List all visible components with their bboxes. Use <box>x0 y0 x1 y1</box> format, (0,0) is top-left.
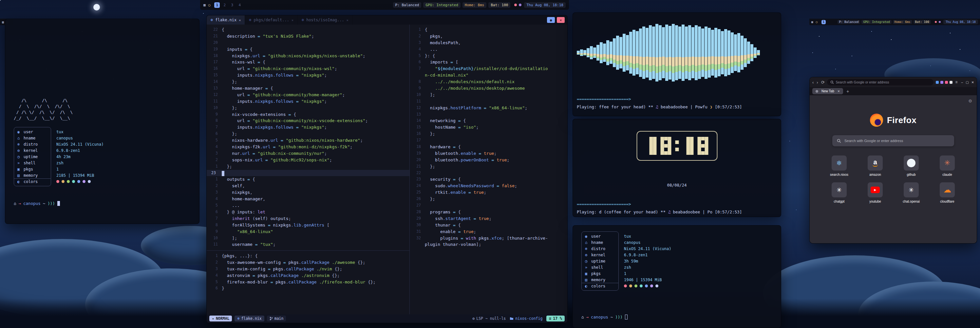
tray-icon[interactable] <box>514 3 517 6</box>
pane-hosts-iso[interactable]: 1{2 pkgs,3 modulesPath,4 ...5}: {6 impor… <box>410 25 567 314</box>
layout-circle-icon[interactable]: ○ <box>208 3 211 7</box>
new-tab-button[interactable]: + <box>846 89 849 94</box>
back-button[interactable]: ‹ <box>812 80 814 85</box>
fetch-key-row: ▤memory <box>582 277 618 283</box>
top-bar-right: ▦ ○ 1 P: BalancedGPU: IntegratedHome: 6m… <box>809 19 980 25</box>
visualizer-column <box>603 44 606 62</box>
status-chips-main: P: BalancedGPU: IntegratedHome: 8msBat: … <box>391 2 511 8</box>
launcher-grid-icon[interactable]: ▦ <box>2 20 4 24</box>
code-line: 22 <box>410 170 567 176</box>
hamburger-menu-icon[interactable]: ≡ <box>955 80 958 84</box>
launcher-grid-icon[interactable]: ▦ <box>811 20 813 24</box>
shortcut-tile-github[interactable]: github <box>893 155 929 176</box>
shortcut-tile-search.nixos[interactable]: ❄search.nixos <box>821 155 857 176</box>
tag-2[interactable]: 2 <box>222 2 228 8</box>
bufferline: ❄flake.nix✕❄pkgs/default...✕❄hosts/isoIm… <box>207 15 567 25</box>
editor-area: 22{21 description = "tux's NixOS Flake";… <box>207 25 567 314</box>
fetch-value: 1946 | 15394 MiB <box>624 277 671 283</box>
shortcut-tile-cloudflare[interactable]: ☁cloudflare <box>929 182 965 203</box>
code-line: 7 inputs.nixpkgs.follows = "nixpkgs"; <box>207 124 409 131</box>
url-bar-placeholder: Search with Google or enter address <box>836 81 889 84</box>
maximize-button[interactable]: ▢ <box>966 81 969 84</box>
fetch-key-row: ⚙kernel <box>14 147 51 154</box>
visualizer-column <box>583 50 586 55</box>
editor-tab-hosts-isoImag...[interactable]: ❄hosts/isoImag...✕ <box>298 15 353 25</box>
status-chip: Home: 8ms <box>463 2 487 8</box>
code-line: 18 nixpkgs.url = "github:nixos/nixpkgs/n… <box>207 53 409 59</box>
shortcut-tile-amazon[interactable]: aamazon <box>857 155 893 176</box>
fetch-value: 1 <box>624 270 671 277</box>
clock-window[interactable]: 08/08/24 =====================> Playing:… <box>573 119 781 217</box>
tray-icon[interactable] <box>519 3 522 6</box>
editor-tab-pkgs-default...[interactable]: ❄pkgs/default...✕ <box>245 15 298 25</box>
tile-label: github <box>907 173 915 176</box>
tab-new-tab[interactable]: New Tab ✕ <box>812 88 843 94</box>
tag-4[interactable]: 4 <box>237 2 242 8</box>
fetch-key-row: ▣pkgs <box>582 270 618 277</box>
code-line: 20 bluetooth.powerOnBoot = true; <box>410 157 567 163</box>
tab-close-icon[interactable]: ✕ <box>291 18 293 22</box>
pane-flake-nix[interactable]: 22{21 description = "tux's NixOS Flake";… <box>207 25 409 250</box>
code-line: 28 programs = { <box>410 209 567 215</box>
visualizer-column <box>718 29 721 76</box>
terminal-cursor[interactable] <box>625 315 628 320</box>
palette-dot <box>645 284 648 287</box>
forward-button[interactable]: › <box>816 80 818 85</box>
code-line: 2 tux-awesome-wm-config = pkgs.callPacka… <box>207 259 409 266</box>
visualizer-column <box>609 41 612 64</box>
fetch-value: 3h 59m <box>624 258 671 264</box>
code-line: 7 "${modulesPath}/installer/cd-dvd/insta… <box>410 65 567 72</box>
tab-close-icon[interactable]: ✕ <box>239 18 241 22</box>
layout-circle-icon[interactable]: ○ <box>816 20 817 24</box>
cava-window[interactable]: =====================> Playing: ffee for… <box>573 13 781 116</box>
reload-button[interactable]: ⟳ <box>821 80 825 85</box>
visualizer-column <box>750 44 753 61</box>
shortcut-tile-youtube[interactable]: ▶youtube <box>857 182 893 203</box>
home-icon: ⌂ <box>581 315 584 320</box>
tray-icon[interactable] <box>935 21 937 23</box>
extension-icon[interactable] <box>940 81 943 84</box>
extension-icon[interactable] <box>950 81 953 84</box>
pane-pkgs-default-nix[interactable]: 1{pkgs, ...}: {2 tux-awesome-wm-config =… <box>207 250 409 314</box>
visualizer-column <box>747 41 750 64</box>
terminal-cursor[interactable] <box>57 201 60 206</box>
close-button[interactable]: ✕ <box>972 81 974 84</box>
shell-prompt-right[interactable]: ⌂→canopus~))) <box>581 315 630 320</box>
code-line: 22{ <box>207 27 409 33</box>
folder-icon <box>510 317 514 320</box>
code-line: 1{ <box>410 27 567 33</box>
code-line: 12 url = "github:nix-community/home-mana… <box>207 92 409 98</box>
shortcut-tile-claude[interactable]: ✳claude <box>929 155 965 176</box>
code-line: 26 }; <box>410 196 567 202</box>
tray-icon[interactable] <box>939 21 941 23</box>
shell-prompt-left[interactable]: ⌂→canopus~))) <box>14 201 62 206</box>
tab-close-icon[interactable]: ✕ <box>347 18 348 22</box>
launcher-grid-icon[interactable]: ▦ <box>204 3 206 7</box>
personalize-gear-icon[interactable]: ⚙ <box>968 98 972 103</box>
code-line: 14 }; <box>207 79 409 85</box>
tab-close-icon[interactable]: ✕ <box>837 90 840 93</box>
tag-1[interactable]: 1 <box>821 20 826 24</box>
tag-3[interactable]: 3 <box>229 2 235 8</box>
terminal-fastfetch-left[interactable]: /\ /\ /\ / \ /\/ \ /\/ \ / /\ \/ /\ \/ /… <box>5 19 199 224</box>
tile-icon: ✳ <box>904 182 919 197</box>
palette-dot <box>62 180 65 183</box>
tag-1[interactable]: 1 <box>214 2 220 8</box>
extension-icon[interactable] <box>945 81 948 84</box>
clock-digit <box>675 137 679 155</box>
minimize-button[interactable]: – <box>961 81 963 84</box>
terminal-fastfetch-right[interactable]: ◉user⌂hname❄distro⚙kernel◷uptime»shell▣p… <box>573 225 781 328</box>
code-line: 17 nixos-wsl = { <box>207 59 409 65</box>
eye-button[interactable]: ◉ <box>547 17 555 23</box>
url-bar[interactable]: Search with Google or enter address <box>827 79 934 86</box>
window-close-button[interactable]: ✕ <box>557 17 565 23</box>
code-line: 5 nixos-hardware.url = "github:nixos/nix… <box>207 137 409 144</box>
shortcut-tile-chat.openai[interactable]: ✳chat.openai <box>893 182 929 203</box>
newtab-search-input[interactable]: Search with Google or enter address <box>832 135 954 146</box>
shortcut-tile-chatgpt[interactable]: ✳chatgpt <box>821 182 857 203</box>
code-line: 5}: { <box>410 53 567 59</box>
editor-tab-flake.nix[interactable]: ❄flake.nix✕ <box>207 15 245 25</box>
visualizer-column <box>606 40 609 65</box>
code-line: 4 home-manager, <box>207 196 409 202</box>
extension-icon[interactable] <box>936 81 939 84</box>
